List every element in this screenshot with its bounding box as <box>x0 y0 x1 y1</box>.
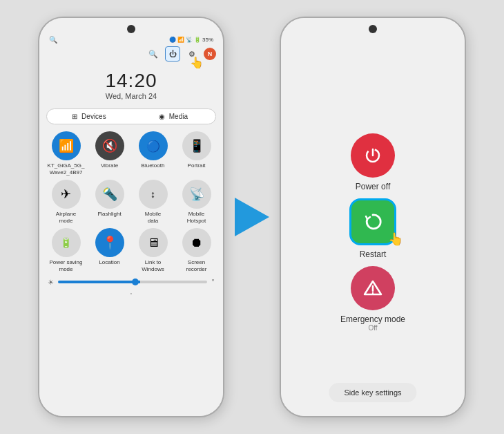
airplane-icon: ✈ <box>52 180 81 209</box>
power-off-item[interactable]: Power off <box>351 133 395 191</box>
clock-date: Wed, March 24 <box>39 92 223 100</box>
power-saving-label: Power savingmode <box>49 259 82 272</box>
battery-percent: 35% <box>202 37 213 43</box>
restart-cursor-icon: 👆 <box>388 232 403 247</box>
devices-tab-label: Devices <box>81 113 106 120</box>
link-windows-tile[interactable]: 🖥 Link toWindows <box>133 228 173 272</box>
bluetooth-icon: 🔵 <box>139 131 168 160</box>
power-saving-icon: 🔋 <box>52 228 81 257</box>
camera-notch <box>127 25 135 33</box>
wifi-status-icon: 📡 <box>186 37 193 43</box>
vibrate-icon: 🔇 <box>95 131 124 160</box>
brightness-track[interactable] <box>58 281 207 283</box>
screen-recorder-tile[interactable]: ⏺ Screenrecorder <box>177 228 216 272</box>
emergency-sublabel: Off <box>368 324 377 332</box>
portrait-label: Portrait <box>188 162 206 169</box>
dot-indicator: • <box>39 289 223 298</box>
status-bar: 🔍 🔵 📶 📡 🔋 35% <box>39 33 223 45</box>
clock-area: 14:20 Wed, March 24 <box>39 64 223 104</box>
svg-point-4 <box>372 292 374 293</box>
brightness-expand-icon[interactable]: ˅ <box>211 279 215 286</box>
phone-right: Power off 👆 Restart <box>280 17 466 417</box>
wifi-label: KT_GiGA_5G_Wave2_4B97 <box>48 162 85 176</box>
wifi-tile[interactable]: 📶 KT_GiGA_5G_Wave2_4B97 <box>46 131 86 176</box>
hotspot-label: MobileHotspot <box>187 211 206 224</box>
vibrate-label: Vibrate <box>101 162 118 169</box>
power-off-icon <box>351 133 395 178</box>
power-button[interactable] <box>223 87 224 122</box>
qs-grid: 📶 KT_GiGA_5G_Wave2_4B97 🔇 Vibrate 🔵 Blue… <box>39 129 223 276</box>
vibrate-tile[interactable]: 🔇 Vibrate <box>90 131 129 176</box>
location-tile[interactable]: 📍 Location <box>90 228 129 272</box>
emergency-mode-item[interactable]: Emergency mode Off <box>340 266 405 332</box>
media-tab[interactable]: ◉ Media <box>131 109 215 124</box>
devices-tab[interactable]: ⊞ Devices <box>47 109 131 124</box>
phone-left: 🔍 🔵 📶 📡 🔋 35% 🔍 ⏻ ⚙ N 👆 14:20 <box>38 17 224 417</box>
battery-icon: 🔋 <box>194 37 201 43</box>
location-label: Location <box>99 259 119 266</box>
emergency-icon <box>351 266 395 310</box>
restart-item[interactable]: 👆 Restart <box>349 198 396 259</box>
top-qs-row: 🔍 ⏻ ⚙ N 👆 <box>39 45 223 64</box>
portrait-tile[interactable]: 📱 Portrait <box>177 131 216 176</box>
bluetooth-status-icon: 🔵 <box>169 37 176 43</box>
scene: 🔍 🔵 📶 📡 🔋 35% 🔍 ⏻ ⚙ N 👆 14:20 <box>0 0 504 434</box>
power-button-right[interactable] <box>465 87 466 122</box>
flashlight-label: Flashlight <box>97 211 121 218</box>
screen-recorder-label: Screenrecorder <box>186 259 207 272</box>
phone-screen-left: 🔍 🔵 📶 📡 🔋 35% 🔍 ⏻ ⚙ N 👆 14:20 <box>39 18 223 416</box>
restart-label: Restart <box>360 249 387 259</box>
airplane-tile[interactable]: ✈ Airplanemode <box>46 180 86 224</box>
flashlight-icon: 🔦 <box>95 180 124 209</box>
airplane-label: Airplanemode <box>56 211 76 224</box>
power-saving-tile[interactable]: 🔋 Power savingmode <box>46 228 86 272</box>
link-windows-label: Link toWindows <box>142 259 164 272</box>
side-key-settings-button[interactable]: Side key settings <box>329 383 416 402</box>
power-qs-button[interactable]: ⏻ <box>165 46 180 62</box>
wifi-icon: 📶 <box>52 131 81 160</box>
cursor-hand-icon: 👆 <box>190 56 204 69</box>
devices-icon: ⊞ <box>72 113 77 120</box>
panel-tabs: ⊞ Devices ◉ Media <box>46 108 216 124</box>
brightness-thumb[interactable] <box>132 279 139 285</box>
camera-notch-right <box>369 25 377 33</box>
mobile-data-label: Mobiledata <box>145 211 162 224</box>
mobile-data-tile[interactable]: ↕ Mobiledata <box>133 180 173 224</box>
user-avatar[interactable]: N <box>204 48 216 60</box>
mobile-data-icon: ↕ <box>139 180 168 209</box>
hotspot-icon: 📡 <box>182 180 211 209</box>
location-icon: 📍 <box>95 228 124 257</box>
media-icon: ◉ <box>159 113 165 120</box>
search-icon-small: 🔍 <box>49 36 57 44</box>
right-arrow-icon <box>235 198 269 236</box>
status-icons: 🔵 📶 📡 🔋 35% <box>169 37 213 43</box>
brightness-row: ☀ ˅ <box>39 276 223 289</box>
power-menu: Power off 👆 Restart <box>281 33 465 416</box>
phone-screen-right: Power off 👆 Restart <box>281 18 465 416</box>
screen-recorder-icon: ⏺ <box>182 228 211 257</box>
flashlight-tile[interactable]: 🔦 Flashlight <box>90 180 129 224</box>
power-off-label: Power off <box>356 182 390 191</box>
media-tab-label: Media <box>169 113 188 120</box>
link-windows-icon: 🖥 <box>139 228 168 257</box>
signal-icon: 📶 <box>177 37 184 43</box>
bluetooth-tile[interactable]: 🔵 Bluetooth <box>133 131 173 176</box>
hotspot-tile[interactable]: 📡 MobileHotspot <box>177 180 216 224</box>
clock-time: 14:20 <box>39 70 223 92</box>
brightness-low-icon: ☀ <box>48 279 54 286</box>
arrow-container <box>224 198 280 236</box>
emergency-label: Emergency mode <box>340 314 405 324</box>
search-button[interactable]: 🔍 <box>146 46 161 62</box>
portrait-icon: 📱 <box>182 131 211 160</box>
bluetooth-label: Bluetooth <box>142 162 165 169</box>
